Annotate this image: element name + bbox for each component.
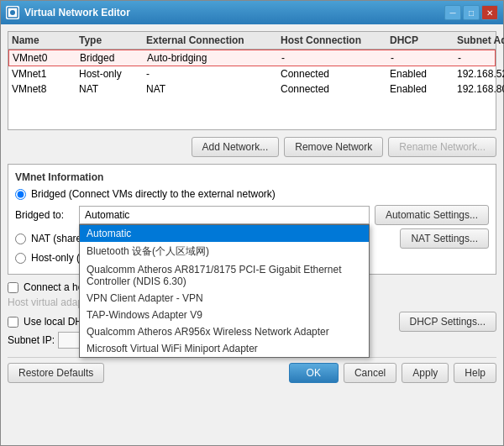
help-button[interactable]: Help: [454, 363, 496, 383]
bottom-right-buttons: OK Cancel Apply Help: [289, 363, 496, 383]
col-host: Host Connection: [281, 34, 390, 46]
virtual-network-editor-window: Virtual Network Editor ─ □ ✕ Name Type E…: [0, 0, 504, 446]
row0-type: Bridged: [80, 52, 147, 64]
row0-subnet: -: [458, 52, 504, 64]
row0-external: Auto-bridging: [147, 52, 281, 64]
row2-dhcp: Enabled: [390, 83, 457, 95]
title-bar: Virtual Network Editor ─ □ ✕: [1, 1, 503, 24]
col-type: Type: [79, 34, 146, 46]
row2-type: NAT: [79, 83, 146, 95]
row2-host: Connected: [281, 83, 390, 95]
row1-host: Connected: [281, 68, 390, 80]
row1-type: Host-only: [79, 68, 146, 80]
restore-defaults-button[interactable]: Restore Defaults: [8, 363, 104, 383]
dropdown-item-bluetooth[interactable]: Bluetooth 设备(个人区域网): [80, 242, 369, 261]
use-dhcp-checkbox[interactable]: [8, 317, 18, 328]
vmnet-info-label: VMnet Information: [15, 171, 489, 183]
row2-subnet: 192.168.80.0: [457, 83, 504, 95]
dhcp-settings-button[interactable]: DHCP Settings...: [399, 312, 496, 332]
row1-dhcp: Enabled: [390, 68, 457, 80]
dropdown-item-qualcomm-wireless[interactable]: Qualcomm Atheros AR956x Wireless Network…: [80, 323, 369, 340]
svg-point-1: [10, 10, 15, 15]
automatic-settings-button[interactable]: Automatic Settings...: [375, 205, 489, 225]
bridged-to-row: Bridged to: Automatic Automatic Bluetoot…: [15, 205, 489, 225]
title-bar-left: Virtual Network Editor: [6, 6, 130, 19]
bridged-label: Bridged (Connect VMs directly to the ext…: [31, 188, 276, 200]
bridged-radio-row: Bridged (Connect VMs directly to the ext…: [15, 188, 489, 200]
cancel-button[interactable]: Cancel: [344, 363, 396, 383]
col-subnet: Subnet Address: [457, 34, 504, 46]
bridged-to-label: Bridged to:: [15, 209, 74, 221]
main-content: Name Type External Connection Host Conne…: [1, 24, 503, 390]
row0-host: -: [281, 52, 391, 64]
ok-button[interactable]: OK: [289, 363, 339, 383]
dropdown-item-vpn[interactable]: VPN Client Adapter - VPN: [80, 290, 369, 307]
bottom-button-row: Restore Defaults OK Cancel Apply Help: [8, 357, 496, 383]
row0-name: VMnet0: [13, 52, 80, 64]
close-button[interactable]: ✕: [481, 5, 498, 20]
table-row[interactable]: VMnet8 NAT NAT Connected Enabled 192.168…: [8, 81, 496, 97]
subnet-ip-label: Subnet IP:: [8, 334, 55, 346]
window-icon: [6, 6, 19, 19]
rename-network-button[interactable]: Rename Network...: [388, 137, 496, 157]
nat-radio[interactable]: [15, 233, 26, 244]
remove-network-button[interactable]: Remove Network: [284, 137, 383, 157]
col-name: Name: [12, 34, 79, 46]
table-body: VMnet0 Bridged Auto-bridging - - - VMnet…: [8, 50, 496, 129]
network-table: Name Type External Connection Host Conne…: [8, 31, 496, 130]
row2-name: VMnet8: [12, 83, 79, 95]
nat-settings-button[interactable]: NAT Settings...: [400, 228, 489, 249]
dropdown-item-qualcomm-gigabit[interactable]: Qualcomm Atheros AR8171/8175 PCI-E Gigab…: [80, 261, 369, 290]
vmnet-info-section: VMnet Information Bridged (Connect VMs d…: [8, 164, 496, 275]
col-dhcp: DHCP: [390, 34, 457, 46]
bridged-select-container: Automatic Automatic Bluetooth 设备(个人区域网) …: [79, 206, 370, 224]
apply-button[interactable]: Apply: [402, 363, 449, 383]
minimize-button[interactable]: ─: [444, 5, 461, 20]
col-external: External Connection: [146, 34, 281, 46]
row2-external: NAT: [146, 83, 281, 95]
bridged-radio[interactable]: [15, 189, 26, 200]
dropdown-item-tap[interactable]: TAP-Windows Adapter V9: [80, 307, 369, 323]
bridged-to-select[interactable]: Automatic: [79, 206, 370, 224]
dropdown-list[interactable]: Automatic Bluetooth 设备(个人区域网) Qualcomm A…: [79, 224, 370, 358]
window-title: Virtual Network Editor: [24, 7, 130, 18]
table-header: Name Type External Connection Host Conne…: [8, 32, 496, 50]
network-action-buttons: Add Network... Remove Network Rename Net…: [8, 137, 496, 157]
row1-subnet: 192.168.52.0: [457, 68, 504, 80]
row0-dhcp: -: [391, 52, 458, 64]
row1-external: -: [146, 68, 281, 80]
hostonly-radio[interactable]: [15, 253, 26, 264]
table-row[interactable]: VMnet1 Host-only - Connected Enabled 192…: [8, 66, 496, 81]
title-bar-controls: ─ □ ✕: [444, 5, 498, 20]
table-row[interactable]: VMnet0 Bridged Auto-bridging - - -: [8, 50, 496, 66]
dropdown-item-ms-wifi[interactable]: Microsoft Virtual WiFi Miniport Adapter: [80, 340, 369, 357]
add-network-button[interactable]: Add Network...: [192, 137, 280, 157]
row1-name: VMnet1: [12, 68, 79, 80]
connect-adapter-checkbox[interactable]: [8, 282, 18, 293]
dropdown-item-automatic[interactable]: Automatic: [80, 225, 369, 242]
maximize-button[interactable]: □: [463, 5, 480, 20]
